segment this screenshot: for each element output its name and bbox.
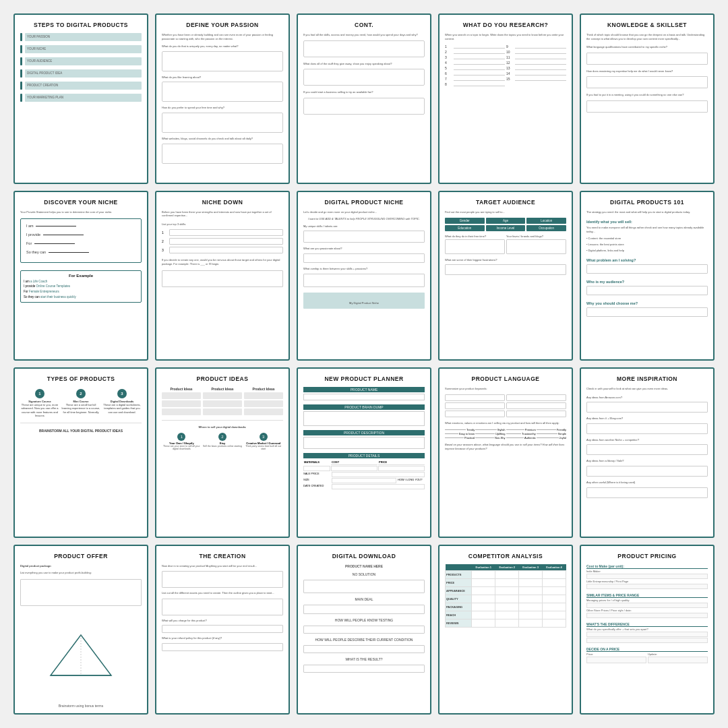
- planner-price-field[interactable]: [378, 466, 425, 471]
- comp-cell-3-1[interactable]: [472, 586, 495, 595]
- pricing-price-field[interactable]: [586, 657, 646, 663]
- card-7-field-bottom[interactable]: [162, 270, 283, 287]
- comp-cell-6-2[interactable]: [495, 611, 519, 619]
- comp-cell-2-1[interactable]: [472, 578, 495, 586]
- comp-cell-4-4[interactable]: [543, 595, 566, 603]
- card-5-field-3[interactable]: [586, 100, 708, 113]
- pricing-field-2b[interactable]: [586, 613, 708, 618]
- download-field-result[interactable]: [303, 665, 425, 673]
- comp-cell-6-3[interactable]: [519, 611, 543, 619]
- download-field-howpeople[interactable]: [303, 626, 425, 634]
- competitor-header-row: Evaluation 1 Evaluation 2 Evaluation 3 E…: [446, 564, 566, 571]
- planner-cost-field[interactable]: [331, 466, 377, 471]
- planner-mat-field[interactable]: [303, 466, 330, 471]
- pricing-field-3a[interactable]: [586, 632, 708, 637]
- product-field-2-2[interactable]: [203, 400, 242, 407]
- planner-desc-field[interactable]: [303, 437, 425, 449]
- card-5-field-1[interactable]: [586, 53, 708, 65]
- comp-cell-7-1[interactable]: [472, 619, 495, 627]
- pricing-field-1b[interactable]: [586, 584, 708, 589]
- keyword-1[interactable]: [445, 394, 505, 401]
- product-field-2-3[interactable]: [203, 408, 242, 415]
- card-17-field-4[interactable]: [162, 643, 283, 651]
- card-10-field-1[interactable]: [586, 264, 708, 274]
- comp-cell-1-4[interactable]: [543, 570, 566, 578]
- comp-cell-6-4[interactable]: [543, 611, 566, 619]
- card-3-field-1[interactable]: [303, 40, 425, 57]
- card-2-field-4[interactable]: [162, 144, 283, 164]
- card-3-field-3[interactable]: [303, 98, 425, 115]
- card-10-field-2[interactable]: [586, 286, 708, 295]
- card-17-field-3[interactable]: [162, 625, 283, 633]
- product-field-3-2[interactable]: [244, 400, 283, 407]
- pricing-field-3b[interactable]: [586, 638, 708, 643]
- product-field-1-2[interactable]: [162, 400, 201, 407]
- card-17-field-1[interactable]: [162, 571, 283, 588]
- audience-q2-field[interactable]: [506, 239, 566, 254]
- product-field-1-1[interactable]: [162, 392, 201, 399]
- skill-field-3[interactable]: [169, 247, 283, 253]
- product-field-3-1[interactable]: [244, 392, 283, 399]
- comp-cell-5-1[interactable]: [472, 603, 495, 611]
- comp-cell-3-3[interactable]: [519, 586, 543, 595]
- comp-cell-2-2[interactable]: [495, 578, 519, 586]
- audience-q1-field[interactable]: [445, 239, 505, 254]
- card-10-field-3[interactable]: [586, 307, 708, 317]
- comp-cell-6-1[interactable]: [472, 611, 495, 619]
- comp-cell-1-1[interactable]: [472, 570, 495, 578]
- comp-cell-2-3[interactable]: [519, 578, 543, 586]
- card-3-field-2[interactable]: [303, 69, 425, 86]
- comp-cell-3-2[interactable]: [495, 586, 519, 595]
- keyword-2[interactable]: [445, 402, 505, 409]
- comp-cell-5-2[interactable]: [495, 603, 519, 611]
- inspiration-field-3[interactable]: [586, 444, 708, 455]
- comp-cell-3-4[interactable]: [543, 586, 566, 595]
- card-17-field-2[interactable]: [162, 599, 283, 615]
- product-field-1-3[interactable]: [162, 408, 201, 415]
- skill-field-2[interactable]: [169, 238, 283, 245]
- planner-size-field[interactable]: [332, 478, 396, 483]
- pricing-field-2a[interactable]: [586, 603, 708, 608]
- planner-sale-field[interactable]: [332, 472, 425, 477]
- card-2-field-2[interactable]: [162, 82, 283, 102]
- download-field-describe[interactable]: [303, 645, 425, 653]
- comp-cell-1-2[interactable]: [495, 570, 519, 578]
- comp-cell-4-2[interactable]: [495, 595, 519, 603]
- inspiration-field-4[interactable]: [586, 466, 708, 477]
- comp-cell-7-4[interactable]: [543, 619, 566, 627]
- comp-cell-4-3[interactable]: [519, 595, 543, 603]
- planner-name-field[interactable]: [303, 394, 425, 400]
- keyword-5[interactable]: [506, 402, 566, 409]
- card-16-list-field[interactable]: [20, 579, 142, 606]
- card-8-field-2[interactable]: [303, 253, 425, 263]
- planner-date-field[interactable]: [332, 484, 425, 489]
- inspiration-field-2[interactable]: [586, 423, 708, 434]
- inspiration-field-5[interactable]: [586, 487, 708, 498]
- keyword-3[interactable]: [445, 411, 505, 417]
- pricing-field-1a[interactable]: [586, 574, 708, 579]
- download-field-nosolution[interactable]: [303, 580, 425, 593]
- card-5-field-2[interactable]: [586, 76, 708, 88]
- product-field-2-1[interactable]: [203, 392, 242, 399]
- download-field-maindeal[interactable]: [303, 605, 425, 614]
- pricing-update-field[interactable]: [648, 657, 708, 663]
- comp-cell-7-3[interactable]: [519, 619, 543, 627]
- card-8-field-1[interactable]: [303, 231, 425, 243]
- product-field-3-3[interactable]: [244, 408, 283, 415]
- comp-cell-4-1[interactable]: [472, 595, 495, 603]
- comp-cell-5-4[interactable]: [543, 603, 566, 611]
- comp-cell-7-2[interactable]: [495, 619, 519, 627]
- planner-braindump-field[interactable]: [303, 411, 425, 426]
- comp-cell-2-4[interactable]: [543, 578, 566, 586]
- comp-cell-5-3[interactable]: [519, 603, 543, 611]
- card-2-field-3[interactable]: [162, 113, 283, 133]
- skill-field-1[interactable]: [169, 229, 283, 236]
- comp-cell-1-3[interactable]: [519, 570, 543, 578]
- inspiration-field-1[interactable]: [586, 402, 708, 413]
- card-2-field-1[interactable]: [162, 51, 283, 71]
- audience-q3-field[interactable]: [445, 264, 566, 275]
- card-cont: CONT. If you had all the skills, access …: [297, 13, 431, 184]
- keyword-6[interactable]: [506, 411, 566, 417]
- keyword-4[interactable]: [506, 394, 566, 401]
- card-8-field-3[interactable]: [303, 274, 425, 287]
